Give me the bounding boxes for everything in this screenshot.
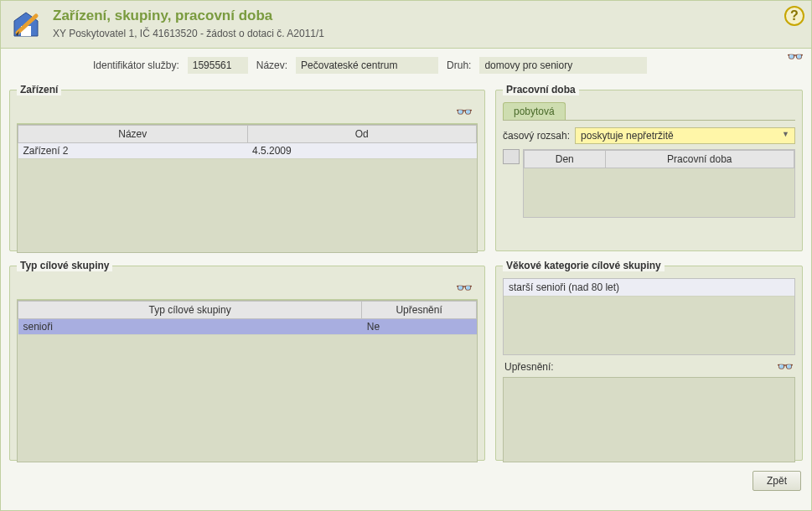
typ-cs-legend: Typ cílové skupiny [17, 260, 112, 271]
pracovni-doba-legend: Pracovní doba [503, 84, 579, 95]
service-info-row: Identifikátor služby: 1595561 Název: Peč… [9, 57, 803, 74]
typ-cs-panel: Typ cílové skupiny 👓 Typ cílové skupiny … [9, 260, 485, 461]
glasses-icon[interactable]: 👓 [777, 360, 794, 374]
table-row[interactable]: senioři Ne [18, 319, 477, 335]
glasses-icon[interactable]: 👓 [787, 50, 804, 64]
rozsah-label: časový rozsah: [503, 130, 570, 142]
col-day: Den [525, 151, 606, 168]
list-item[interactable]: starší senioři (nad 80 let) [504, 279, 794, 297]
col-from: Od [247, 126, 477, 143]
app-icon [9, 8, 43, 41]
zarizeni-legend: Zařízení [17, 84, 61, 95]
glasses-icon[interactable]: 👓 [456, 281, 473, 295]
page-title: Zařízení, skupiny, pracovní doba [53, 8, 324, 24]
col-name: Název [18, 126, 248, 143]
vekove-panel: Věkové kategorie cílové skupiny starší s… [495, 260, 803, 461]
back-button[interactable]: Zpět [753, 471, 801, 491]
service-type-value: domovy pro seniory [479, 57, 647, 74]
upresneni-textarea[interactable] [503, 377, 795, 462]
zarizeni-table[interactable]: Název Od Zařízení 2 4.5.2009 [18, 125, 477, 159]
upresneni-label: Upřesnění: [504, 361, 554, 373]
col-type: Typ cílové skupiny [18, 302, 362, 319]
pracovni-doba-panel: Pracovní doba pobytová časový rozsah: po… [495, 84, 803, 251]
rozsah-dropdown[interactable]: poskytuje nepřetržitě [575, 127, 795, 144]
typ-cs-table[interactable]: Typ cílové skupiny Upřesnění senioři Ne [18, 301, 477, 335]
service-name-value: Pečovateské centrum [296, 57, 438, 74]
help-icon[interactable]: ? [784, 6, 804, 26]
expand-button[interactable] [503, 149, 520, 164]
service-name-label: Název: [256, 59, 287, 71]
header: Zařízení, skupiny, pracovní doba XY Posk… [1, 1, 811, 49]
service-id-value: 1595561 [188, 57, 248, 74]
col-hours: Pracovní doba [605, 151, 794, 168]
tab-pobytova[interactable]: pobytová [503, 102, 566, 120]
service-type-label: Druh: [447, 59, 471, 71]
vekove-list[interactable]: starší senioři (nad 80 let) [503, 278, 795, 355]
col-upresneni: Upřesnění [362, 302, 477, 319]
service-id-label: Identifikátor služby: [93, 59, 179, 71]
zarizeni-panel: Zařízení 👓 Název Od Zařízení 2 [9, 84, 485, 251]
pracovni-doba-table[interactable]: Den Pracovní doba [524, 150, 794, 168]
table-row[interactable]: Zařízení 2 4.5.2009 [18, 143, 477, 159]
page-subtitle: XY Poskytovatel 1, IČ 41613520 - žádost … [53, 28, 324, 39]
glasses-icon[interactable]: 👓 [456, 106, 473, 119]
vekove-legend: Věkové kategorie cílové skupiny [503, 260, 665, 271]
